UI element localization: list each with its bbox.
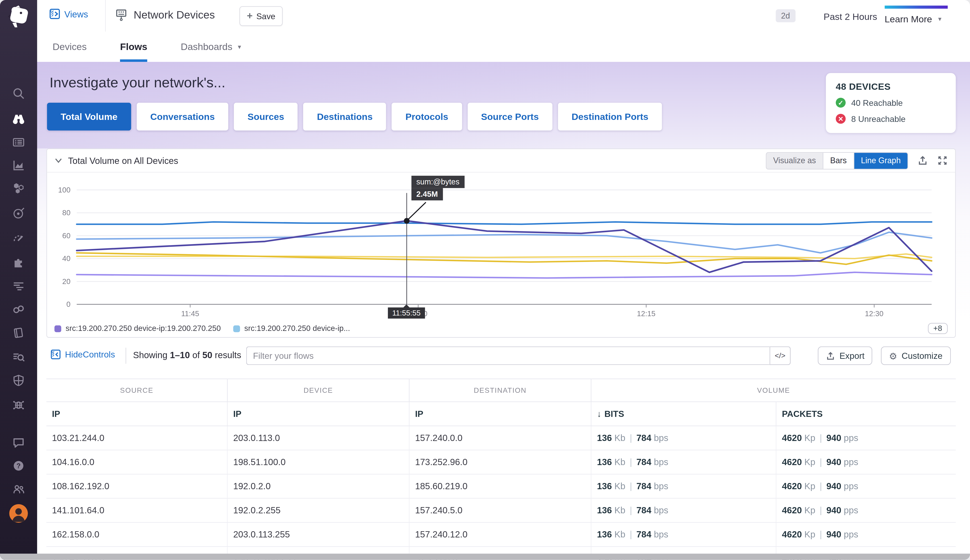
chevron-down-icon [55, 157, 63, 164]
col-bits[interactable]: ↓BITS [592, 402, 777, 426]
controls-divider [125, 348, 126, 364]
col-source-ip[interactable]: IP [47, 402, 228, 426]
infrastructure-icon[interactable] [12, 181, 25, 195]
integrations-puzzle-icon[interactable] [12, 255, 25, 269]
hide-controls-button[interactable]: HideControls [51, 350, 115, 359]
network-device-icon [115, 8, 128, 22]
main-content: Investigate your network's... Total Volu… [37, 62, 970, 560]
window-bottom-edge [0, 554, 970, 560]
flow-chart-svg: 02040608010011:4512:0012:1512:30 [47, 173, 955, 320]
code-view-button[interactable]: </> [770, 346, 790, 365]
tab-devices[interactable]: Devices [52, 32, 87, 62]
tab-flows[interactable]: Flows [120, 32, 147, 62]
dashboards-icon[interactable] [12, 135, 25, 149]
investigate-destinations-button[interactable]: Destinations [303, 103, 386, 131]
chart-plot-area[interactable]: 02040608010011:4512:0012:1512:30 sum:@by… [47, 173, 955, 320]
export-button[interactable]: Export [818, 346, 872, 365]
packets-cell: 4620Kp|940pps [777, 475, 956, 498]
legend-item[interactable]: src:19.200.270.250 device-ip... [233, 324, 350, 333]
user-avatar[interactable] [9, 504, 28, 523]
device-ip-cell: 203.0.113.0 [228, 426, 410, 450]
svg-text:11:45: 11:45 [181, 310, 199, 318]
log-explorer-icon[interactable] [12, 350, 25, 364]
table-row[interactable]: 103.21.244.0 203.0.113.0 157.240.0.0 136… [47, 426, 956, 450]
security-shield-icon[interactable] [12, 373, 25, 387]
investigate-conversations-button[interactable]: Conversations [137, 103, 228, 131]
legend-more-badge[interactable]: +8 [928, 323, 948, 334]
source-ip-cell: 108.162.192.0 [47, 475, 228, 498]
bits-cell: 136Kb|784bps [592, 523, 777, 546]
source-ip-cell: 162.158.0.0 [47, 523, 228, 546]
hide-controls-icon [51, 350, 60, 359]
hero-buttons: Total VolumeConversationsSourcesDestinat… [47, 103, 662, 131]
svg-text:100: 100 [58, 186, 70, 194]
flows-table: SOURCE DEVICE DESTINATION VOLUME IP IP I… [47, 378, 956, 560]
upload-icon [826, 351, 835, 360]
packets-cell: 4620Kp|940pps [777, 523, 956, 546]
line-graph-toggle[interactable]: Line Graph [854, 153, 907, 168]
source-ip-cell: 104.16.0.0 [47, 450, 228, 474]
customize-button[interactable]: ⚙ Customize [881, 346, 950, 365]
svg-text:12:30: 12:30 [865, 310, 883, 318]
search-icon[interactable] [12, 87, 25, 100]
plus-icon: + [247, 11, 253, 21]
investigate-destination-ports-button[interactable]: Destination Ports [558, 103, 662, 131]
help-icon[interactable]: ? [12, 459, 25, 473]
views-button[interactable]: Views [50, 9, 88, 19]
top-bar: Views Network Devices + Save 2d Past 2 H… [37, 0, 970, 33]
investigate-total-volume-button[interactable]: Total Volume [47, 103, 131, 131]
metrics-icon[interactable] [12, 158, 25, 172]
legend-item[interactable]: src:19.200.270.250 device-ip:19.200.270.… [55, 324, 221, 333]
visualize-as-label: Visualize as [767, 153, 823, 168]
col-packets[interactable]: PACKETS [777, 402, 956, 426]
filter-flows-input[interactable] [246, 346, 770, 365]
group-volume: VOLUME [592, 379, 956, 402]
bits-cell: 136Kb|784bps [592, 498, 777, 522]
datadog-logo[interactable] [6, 4, 31, 29]
pipelines-link-icon[interactable] [12, 303, 25, 316]
investigate-sources-button[interactable]: Sources [234, 103, 298, 131]
svg-text:60: 60 [62, 232, 70, 240]
table-group-header: SOURCE DEVICE DESTINATION VOLUME [47, 378, 956, 402]
export-chart-icon[interactable] [918, 155, 928, 166]
results-count: Showing 1–10 of 50 results [133, 350, 242, 360]
apm-icon[interactable] [12, 207, 25, 220]
chart-title[interactable]: Total Volume on All Devices [55, 156, 178, 165]
logs-icon[interactable] [12, 279, 25, 293]
table-row[interactable]: 104.16.0.0 198.51.100.0 173.252.96.0 136… [47, 450, 956, 475]
bits-cell: 136Kb|784bps [592, 475, 777, 498]
watchdog-binoculars-icon[interactable] [12, 112, 25, 125]
table-row[interactable]: 141.101.64.0 192.0.2.255 157.240.5.0 136… [47, 498, 956, 523]
notebooks-icon[interactable] [12, 326, 25, 340]
source-ip-cell: 141.101.64.0 [47, 498, 228, 522]
reachable-row: ✓ 40 Reachable [836, 98, 946, 108]
investigate-protocols-button[interactable]: Protocols [392, 103, 462, 131]
gauge-icon[interactable] [12, 231, 25, 245]
destination-ip-cell: 157.240.0.0 [410, 426, 591, 450]
devices-count: 48 DEVICES [836, 81, 946, 92]
unreachable-label: 8 Unreachable [851, 114, 905, 123]
col-device-ip[interactable]: IP [228, 402, 410, 426]
packets-cell: 4620Kp|940pps [777, 426, 956, 450]
investigate-source-ports-button[interactable]: Source Ports [467, 103, 552, 131]
chart-title-text: Total Volume on All Devices [68, 156, 178, 165]
learn-more-menu[interactable]: Learn More ▼ [885, 0, 948, 32]
group-destination: DESTINATION [410, 379, 591, 402]
fullscreen-icon[interactable] [937, 155, 948, 166]
legend-swatch [55, 325, 61, 332]
network-globe-icon[interactable] [12, 398, 25, 412]
table-row[interactable]: 162.158.0.0 203.0.113.255 157.240.12.0 1… [47, 523, 956, 547]
cursor-time-label: 11:55:55 [388, 307, 425, 318]
table-row[interactable]: 108.162.192.0 192.0.2.0 185.60.219.0 136… [47, 475, 956, 498]
bits-cell: 136Kb|784bps [592, 426, 777, 450]
time-range-badge[interactable]: 2d [775, 9, 796, 22]
tooltip-value: 2.45M [411, 188, 443, 200]
users-icon[interactable] [12, 483, 25, 496]
tab-dashboards[interactable]: Dashboards▼ [181, 32, 242, 62]
reachable-label: 40 Reachable [851, 98, 903, 107]
time-range-label[interactable]: Past 2 Hours [823, 11, 877, 22]
col-destination-ip[interactable]: IP [410, 402, 591, 426]
chat-icon[interactable] [12, 435, 25, 449]
bars-toggle[interactable]: Bars [823, 153, 854, 168]
save-button[interactable]: + Save [239, 6, 283, 26]
